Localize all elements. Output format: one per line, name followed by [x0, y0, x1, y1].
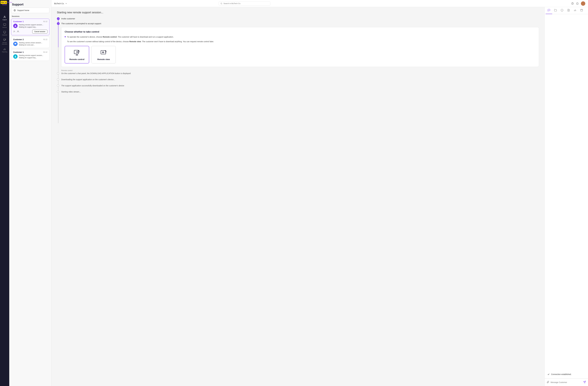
- choose-control-card: Choose whether to take control To operat…: [61, 27, 539, 67]
- svg-point-9: [14, 31, 15, 32]
- tab-info[interactable]: [559, 7, 565, 14]
- svg-rect-4: [3, 31, 6, 33]
- session-1-time: 01:12: [43, 21, 47, 22]
- goto-logo: G o T o Resolve: [0, 1, 12, 4]
- session-2-time: 01:12: [43, 39, 47, 41]
- sessions-heading: Sessions: [9, 15, 51, 19]
- session-2-avatar: [13, 42, 18, 46]
- chart-icon: [574, 9, 576, 12]
- step-3-dot: [57, 72, 59, 74]
- check-icon: [547, 373, 550, 376]
- nav-item-remote-execution[interactable]: Remote Execution: [0, 37, 9, 46]
- nav-helpdesk-label: Helpdesk: [2, 34, 7, 36]
- tab-chat[interactable]: [546, 7, 552, 14]
- attachment-icon[interactable]: [547, 381, 549, 384]
- svg-rect-22: [581, 9, 583, 11]
- svg-point-2: [4, 16, 5, 17]
- nav-reporting-label: Reporting: [2, 51, 7, 53]
- step-6-dot: [57, 91, 59, 93]
- company-selector[interactable]: BizTech Co.: [54, 2, 67, 5]
- screenshot-icon: [580, 9, 583, 12]
- nav-item-helpdesk[interactable]: Helpdesk: [0, 29, 9, 37]
- user-avatar[interactable]: [581, 1, 585, 6]
- description-text-1: To operate the customer's device, choose…: [67, 35, 174, 38]
- session-2-status2: Waiting for end-user...: [19, 44, 42, 46]
- svg-point-16: [572, 4, 573, 4]
- nav-support-label: Support: [2, 19, 7, 21]
- tab-chart[interactable]: [572, 7, 578, 14]
- step-1-text: Invite customer: [61, 17, 539, 20]
- search-input[interactable]: [224, 2, 269, 4]
- session-1-icons: [13, 30, 19, 33]
- company-name: BizTech Co.: [54, 2, 64, 5]
- search-bar[interactable]: [219, 1, 270, 6]
- svg-rect-5: [3, 39, 5, 40]
- bullet-dot: [65, 36, 66, 37]
- tab-files[interactable]: [552, 7, 559, 14]
- timeline-step-3: Remote control: On the customer's chat p…: [61, 70, 539, 75]
- help-icon[interactable]: [571, 2, 574, 5]
- center-panel: Starting new remote support session... I…: [51, 7, 545, 386]
- remote-view-icon: [100, 49, 107, 57]
- session-3-name: Customer 1: [13, 51, 24, 53]
- choose-control-title: Choose whether to take control: [65, 30, 536, 33]
- nav-devices-label: Devices: [2, 27, 7, 28]
- timeline-step-4: Downloading the support application on t…: [61, 78, 539, 81]
- left-navigation: Resolve G o T o Resolve Support Devices …: [0, 0, 9, 386]
- svg-rect-3: [3, 24, 6, 25]
- connection-status-text: Connection established.: [551, 373, 571, 375]
- nav-item-support[interactable]: Support: [0, 14, 9, 22]
- cancel-session-button[interactable]: Cancel session: [32, 30, 47, 34]
- session-3-status1: Starting remote support session...: [19, 54, 43, 57]
- right-panel-content: Connection established.: [545, 14, 588, 378]
- session-card-3[interactable]: Customer 1 01:12 Starting remote support…: [11, 49, 49, 61]
- content-wrapper: Starting new remote support session... I…: [51, 7, 588, 386]
- nav-remote-execution-label: Remote Execution: [0, 42, 9, 45]
- step-3-text: On the customer's chat panel, the DOWNLO…: [61, 72, 539, 75]
- tab-screenshot[interactable]: [578, 7, 585, 14]
- session-2-status1: Starting camera share session...: [19, 42, 42, 44]
- notes-icon: [567, 9, 570, 12]
- right-panel-tabs: [545, 7, 588, 14]
- tab-notes[interactable]: [565, 7, 572, 14]
- remote-control-label: Remote control: [69, 58, 84, 61]
- remote-control-option[interactable]: Remote control: [65, 46, 89, 64]
- logo-resolve-text: Resolve: [2, 4, 7, 6]
- add-user-icon[interactable]: [13, 30, 16, 33]
- sidebar: Support Support home Sessions Customer 1…: [9, 0, 51, 386]
- timeline-step-6: Starting video stream...: [61, 90, 539, 93]
- session-3-avatar: [13, 54, 18, 59]
- session-3-status2: Waiting for support key...: [19, 57, 43, 59]
- remote-view-option[interactable]: Remote view: [91, 46, 116, 64]
- remote-control-icon: [73, 49, 81, 57]
- nav-item-devices[interactable]: Devices: [0, 22, 9, 29]
- svg-point-14: [221, 3, 222, 4]
- main-area: BizTech Co. Starting new remote support …: [51, 0, 588, 386]
- support-home-button[interactable]: Support home: [11, 8, 49, 13]
- session-2-name: Customer 2: [13, 38, 24, 41]
- connection-status: Connection established.: [545, 370, 588, 378]
- step-4-dot: [57, 78, 59, 81]
- step-5-text: The support application successfully dow…: [61, 84, 539, 87]
- session-card-2[interactable]: Customer 2 01:12 Starting camera share s…: [11, 37, 49, 48]
- timeline: Invite customer The customer is prompted…: [57, 17, 539, 93]
- message-input-area: [545, 378, 588, 386]
- session-3-time: 01:12: [43, 51, 47, 53]
- message-input[interactable]: [550, 381, 582, 384]
- remote-view-label: Remote view: [97, 58, 110, 61]
- group-icon[interactable]: [17, 30, 19, 33]
- chat-icon: [547, 9, 550, 12]
- step-2-text: The customer is prompted to accept suppo…: [61, 22, 539, 25]
- step-2-dot: [57, 22, 60, 25]
- chevron-down-icon: [65, 2, 67, 4]
- nav-item-reporting[interactable]: Reporting: [0, 46, 9, 54]
- logo-resolve-label: Resolve: [7, 2, 12, 3]
- support-home-label: Support home: [17, 9, 29, 11]
- svg-point-13: [15, 56, 16, 57]
- session-1-avatar: [13, 24, 18, 28]
- session-1-name: Customer 1: [13, 21, 24, 22]
- session-card-1[interactable]: Customer 1 01:12 Starting remote support…: [11, 19, 49, 35]
- notification-icon[interactable]: [576, 2, 579, 5]
- send-button[interactable]: [583, 381, 586, 384]
- sidebar-title: Support: [9, 0, 51, 8]
